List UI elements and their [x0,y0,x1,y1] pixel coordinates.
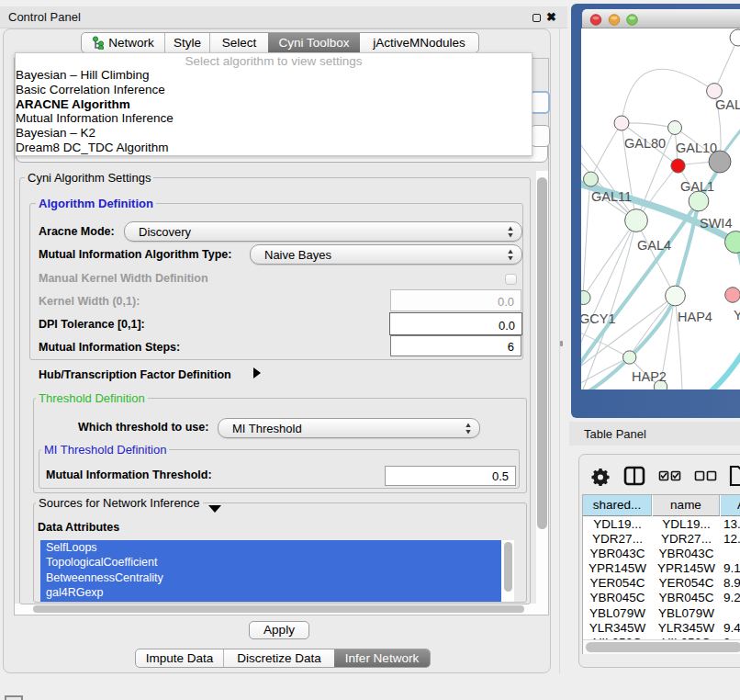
svg-text:GAL7: GAL7 [715,97,740,112]
svg-text:GAL80: GAL80 [624,136,666,151]
svg-text:GAL1: GAL1 [680,179,714,194]
svg-text:GAL11: GAL11 [591,189,632,204]
svg-text:GAL10: GAL10 [676,141,717,155]
svg-text:Y: Y [734,308,740,322]
svg-text:GCY1: GCY1 [581,311,616,326]
svg-text:GAL4: GAL4 [637,238,671,253]
svg-text:HAP4: HAP4 [678,310,712,324]
svg-text:HAP2: HAP2 [632,369,667,384]
svg-text:SWI4: SWI4 [700,216,732,231]
